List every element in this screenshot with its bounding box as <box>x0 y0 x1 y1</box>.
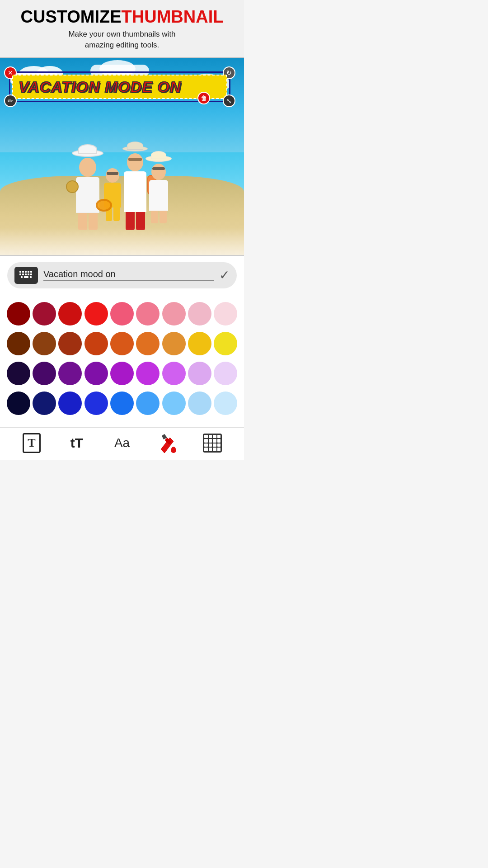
color-deeppurple[interactable] <box>33 362 56 385</box>
grid-button[interactable] <box>190 434 235 453</box>
fill-icon <box>157 433 177 453</box>
figure-man <box>124 153 146 230</box>
color-darkred[interactable] <box>7 302 30 326</box>
text-input-pill[interactable]: ✓ <box>7 262 237 288</box>
svg-rect-1 <box>19 271 21 273</box>
color-palerpink[interactable] <box>188 302 211 326</box>
grid-icon <box>203 434 222 453</box>
color-row-2 <box>5 332 239 355</box>
keyboard-icon <box>14 267 38 284</box>
header: CUSTOMIZETHUMBNAIL Make your own thumbna… <box>0 0 244 57</box>
legs-man <box>126 212 145 230</box>
color-blushpink[interactable] <box>214 302 237 326</box>
girl-hat-top <box>151 151 166 159</box>
svg-rect-6 <box>19 274 21 275</box>
color-purple[interactable] <box>58 362 82 385</box>
color-brightyellow[interactable] <box>214 332 237 355</box>
girl-sunglasses <box>152 167 165 170</box>
svg-rect-2 <box>22 271 24 273</box>
text-size-label: tT <box>70 435 83 451</box>
handle-delete[interactable]: 🗑 <box>197 92 210 104</box>
header-subtitle: Make your own thumbnails with amazing ed… <box>9 29 235 51</box>
color-cornflower[interactable] <box>136 392 160 415</box>
color-darkorange[interactable] <box>84 332 108 355</box>
color-brightpurple[interactable] <box>136 362 160 385</box>
color-royalblue[interactable] <box>58 392 82 415</box>
color-crimson[interactable] <box>33 302 56 326</box>
color-blue[interactable] <box>84 392 108 415</box>
color-brightred[interactable] <box>84 302 108 326</box>
sunglasses <box>107 172 118 175</box>
text-input-field[interactable] <box>43 269 214 281</box>
color-palelavender[interactable] <box>214 362 237 385</box>
svg-rect-7 <box>22 274 24 275</box>
svg-rect-12 <box>24 276 28 278</box>
color-palette <box>0 295 244 427</box>
color-lightpink[interactable] <box>162 302 186 326</box>
svg-rect-3 <box>25 271 27 273</box>
handle-edit[interactable]: ✏ <box>4 94 17 107</box>
svg-rect-9 <box>28 274 29 275</box>
title-black: CUSTOMIZE <box>21 7 122 26</box>
color-row-1 <box>5 302 239 326</box>
svg-rect-8 <box>25 274 27 275</box>
color-lightlavender[interactable] <box>188 362 211 385</box>
color-brightorange[interactable] <box>136 332 160 355</box>
head-boy <box>106 168 119 183</box>
color-skyblue[interactable] <box>162 392 186 415</box>
overlay-text: VACATION MODE ON <box>19 79 208 94</box>
color-sienna[interactable] <box>58 332 82 355</box>
figure-woman <box>76 158 99 230</box>
bag <box>66 180 79 193</box>
color-lavender[interactable] <box>162 362 186 385</box>
color-pink[interactable] <box>136 302 160 326</box>
color-violet[interactable] <box>84 362 108 385</box>
color-hotpink[interactable] <box>110 302 134 326</box>
svg-rect-10 <box>30 274 32 275</box>
ring-toy <box>96 199 112 212</box>
text-selection-border: ✕ ↻ VACATION MODE ON 🗑 ✏ ⤡ <box>9 71 230 102</box>
fill-button[interactable] <box>145 433 190 453</box>
bottom-toolbar: T tT Aa <box>0 427 244 460</box>
text-size-button[interactable]: tT <box>54 435 99 451</box>
body-man <box>124 171 146 212</box>
head-woman <box>79 158 96 177</box>
body-girl <box>149 180 168 211</box>
man-hat-top <box>127 142 143 150</box>
color-yellow[interactable] <box>188 332 211 355</box>
canvas-fade <box>0 228 244 255</box>
color-lightblue[interactable] <box>188 392 211 415</box>
color-paleblue[interactable] <box>214 392 237 415</box>
color-darkpurple[interactable] <box>7 362 30 385</box>
figure-girl <box>149 164 168 223</box>
color-navydark[interactable] <box>7 392 30 415</box>
input-section: ✓ <box>0 256 244 295</box>
handle-resize[interactable]: ⤡ <box>223 94 235 107</box>
color-medblue[interactable] <box>110 392 134 415</box>
color-amber[interactable] <box>162 332 186 355</box>
text-overlay-container[interactable]: ✕ ↻ VACATION MODE ON 🗑 ✏ ⤡ <box>9 71 230 102</box>
app-title: CUSTOMIZETHUMBNAIL <box>9 8 235 25</box>
color-navy[interactable] <box>33 392 56 415</box>
text-box-button[interactable]: T <box>9 433 54 453</box>
text-box-label: T <box>28 436 35 449</box>
color-brown[interactable] <box>33 332 56 355</box>
svg-rect-5 <box>30 271 32 273</box>
check-button[interactable]: ✓ <box>219 268 230 283</box>
text-overlay-dashed-box: VACATION MODE ON 🗑 <box>12 75 227 99</box>
font-button[interactable]: Aa <box>99 436 145 450</box>
keyboard-svg <box>18 269 34 281</box>
color-orange[interactable] <box>110 332 134 355</box>
svg-rect-11 <box>21 276 23 278</box>
man-sunglasses <box>128 158 142 161</box>
hat-top <box>78 144 97 154</box>
svg-rect-13 <box>30 276 32 278</box>
font-label: Aa <box>114 436 130 450</box>
color-darkbrown[interactable] <box>7 332 30 355</box>
color-red[interactable] <box>58 302 82 326</box>
head-girl <box>151 164 166 180</box>
people-group <box>76 153 168 230</box>
svg-point-17 <box>171 447 176 452</box>
color-medpurple[interactable] <box>110 362 134 385</box>
head-man <box>127 153 143 171</box>
